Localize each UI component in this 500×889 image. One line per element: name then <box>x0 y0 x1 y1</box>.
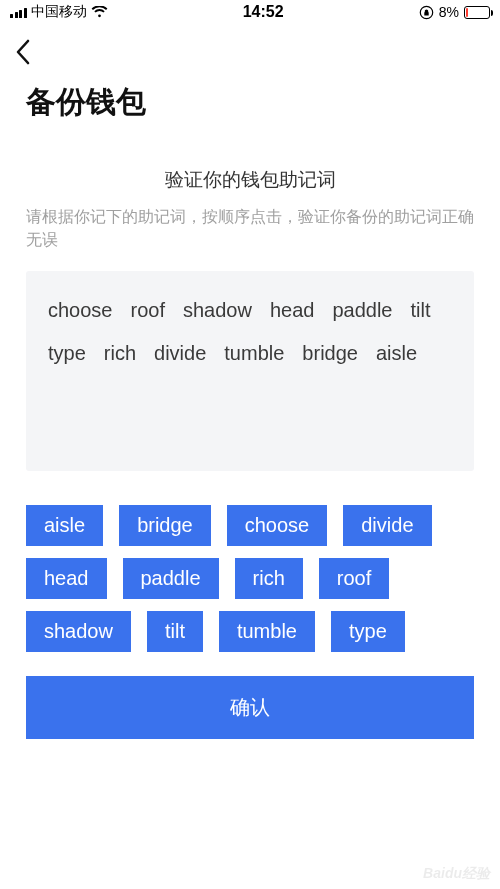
word-chip[interactable]: aisle <box>26 505 103 546</box>
selected-word[interactable]: tumble <box>224 342 284 365</box>
selected-word[interactable]: aisle <box>376 342 417 365</box>
word-chip[interactable]: tilt <box>147 611 203 652</box>
word-chip[interactable]: roof <box>319 558 389 599</box>
page-title: 备份钱包 <box>26 82 474 123</box>
selected-word[interactable]: paddle <box>332 299 392 322</box>
orientation-lock-icon <box>419 5 434 20</box>
selected-word[interactable]: choose <box>48 299 113 322</box>
battery-icon <box>464 6 490 19</box>
clock-time: 14:52 <box>243 3 284 21</box>
back-button[interactable] <box>14 38 32 66</box>
word-chip[interactable]: divide <box>343 505 431 546</box>
wifi-icon <box>91 6 108 18</box>
status-bar: 中国移动 14:52 8% <box>0 0 500 24</box>
word-chip[interactable]: choose <box>227 505 328 546</box>
word-chip[interactable]: shadow <box>26 611 131 652</box>
selected-word[interactable]: rich <box>104 342 136 365</box>
confirm-button[interactable]: 确认 <box>26 676 474 739</box>
battery-percentage: 8% <box>439 4 459 20</box>
word-chip[interactable]: paddle <box>123 558 219 599</box>
selected-word[interactable]: head <box>270 299 315 322</box>
word-chip[interactable]: tumble <box>219 611 315 652</box>
selected-word[interactable]: type <box>48 342 86 365</box>
word-chip[interactable]: rich <box>235 558 303 599</box>
selected-words-box: chooseroofshadowheadpaddletilttyperichdi… <box>26 271 474 471</box>
navigation-bar <box>0 24 500 80</box>
cellular-signal-icon <box>10 6 27 18</box>
selected-word[interactable]: roof <box>131 299 165 322</box>
selected-word[interactable]: shadow <box>183 299 252 322</box>
page-subtitle: 验证你的钱包助记词 <box>26 167 474 193</box>
watermark: Baidu经验 <box>423 865 490 883</box>
selected-word[interactable]: tilt <box>410 299 430 322</box>
word-chip[interactable]: bridge <box>119 505 211 546</box>
word-selection-grid: aislebridgechoosedivideheadpaddlerichroo… <box>26 505 474 652</box>
selected-word[interactable]: divide <box>154 342 206 365</box>
word-chip[interactable]: type <box>331 611 405 652</box>
word-chip[interactable]: head <box>26 558 107 599</box>
instruction-text: 请根据你记下的助记词，按顺序点击，验证你备份的助记词正确无误 <box>26 205 474 251</box>
carrier-label: 中国移动 <box>31 3 87 21</box>
selected-word[interactable]: bridge <box>302 342 358 365</box>
